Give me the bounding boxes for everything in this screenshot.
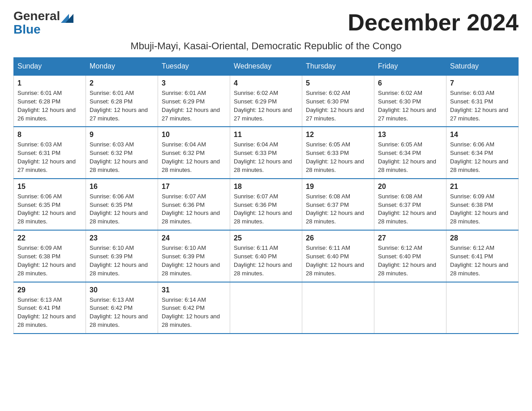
day-number: 13	[378, 131, 442, 139]
col-saturday: Saturday	[446, 58, 519, 76]
col-sunday: Sunday	[14, 58, 86, 76]
day-number: 5	[306, 79, 370, 87]
table-row: 5 Sunrise: 6:02 AMSunset: 6:30 PMDayligh…	[302, 75, 374, 127]
page-subtitle: Mbuji-Mayi, Kasai-Oriental, Democratic R…	[13, 40, 519, 52]
day-info: Sunrise: 6:13 AMSunset: 6:42 PMDaylight:…	[90, 296, 148, 329]
table-row: 25 Sunrise: 6:11 AMSunset: 6:40 PMDaylig…	[230, 230, 302, 282]
day-info: Sunrise: 6:04 AMSunset: 6:33 PMDaylight:…	[234, 141, 292, 173]
day-number: 16	[90, 183, 154, 191]
table-row: 13 Sunrise: 6:05 AMSunset: 6:34 PMDaylig…	[374, 127, 446, 178]
day-info: Sunrise: 6:01 AMSunset: 6:29 PMDaylight:…	[162, 90, 220, 122]
day-number: 25	[234, 234, 298, 242]
day-number: 14	[450, 131, 515, 139]
table-row	[446, 282, 519, 334]
page-title: December 2024	[348, 9, 519, 36]
page-header: General Blue December 2024	[13, 9, 519, 37]
table-row: 23 Sunrise: 6:10 AMSunset: 6:39 PMDaylig…	[86, 230, 158, 282]
logo-blue-text: Blue	[13, 22, 41, 37]
day-info: Sunrise: 6:09 AMSunset: 6:38 PMDaylight:…	[17, 244, 76, 277]
day-info: Sunrise: 6:06 AMSunset: 6:35 PMDaylight:…	[17, 193, 76, 225]
day-number: 17	[162, 183, 226, 191]
day-info: Sunrise: 6:11 AMSunset: 6:40 PMDaylight:…	[234, 244, 292, 277]
day-number: 15	[17, 183, 82, 191]
day-number: 23	[90, 234, 154, 242]
col-tuesday: Tuesday	[158, 58, 230, 76]
table-row: 4 Sunrise: 6:02 AMSunset: 6:29 PMDayligh…	[230, 75, 302, 127]
table-row: 30 Sunrise: 6:13 AMSunset: 6:42 PMDaylig…	[86, 282, 158, 334]
day-number: 30	[90, 286, 154, 294]
table-row: 7 Sunrise: 6:03 AMSunset: 6:31 PMDayligh…	[446, 75, 519, 127]
day-info: Sunrise: 6:14 AMSunset: 6:42 PMDaylight:…	[162, 296, 220, 329]
day-number: 18	[234, 183, 298, 191]
table-row	[302, 282, 374, 334]
day-number: 29	[17, 286, 82, 294]
table-row: 28 Sunrise: 6:12 AMSunset: 6:41 PMDaylig…	[446, 230, 519, 282]
day-info: Sunrise: 6:10 AMSunset: 6:39 PMDaylight:…	[90, 244, 148, 277]
table-row: 24 Sunrise: 6:10 AMSunset: 6:39 PMDaylig…	[158, 230, 230, 282]
day-number: 3	[162, 79, 226, 87]
table-row: 12 Sunrise: 6:05 AMSunset: 6:33 PMDaylig…	[302, 127, 374, 178]
table-row: 16 Sunrise: 6:06 AMSunset: 6:35 PMDaylig…	[86, 179, 158, 230]
day-info: Sunrise: 6:05 AMSunset: 6:34 PMDaylight:…	[378, 141, 436, 173]
table-row: 19 Sunrise: 6:08 AMSunset: 6:37 PMDaylig…	[302, 179, 374, 230]
day-info: Sunrise: 6:03 AMSunset: 6:32 PMDaylight:…	[90, 141, 148, 173]
day-info: Sunrise: 6:07 AMSunset: 6:36 PMDaylight:…	[234, 193, 292, 225]
day-number: 2	[90, 79, 154, 87]
day-number: 19	[306, 183, 370, 191]
day-number: 1	[17, 79, 82, 87]
day-number: 7	[450, 79, 515, 87]
day-info: Sunrise: 6:06 AMSunset: 6:34 PMDaylight:…	[450, 141, 508, 173]
table-row: 20 Sunrise: 6:08 AMSunset: 6:37 PMDaylig…	[374, 179, 446, 230]
col-friday: Friday	[374, 58, 446, 76]
day-info: Sunrise: 6:08 AMSunset: 6:37 PMDaylight:…	[378, 193, 436, 225]
table-row: 14 Sunrise: 6:06 AMSunset: 6:34 PMDaylig…	[446, 127, 519, 178]
day-number: 27	[378, 234, 442, 242]
table-row	[374, 282, 446, 334]
day-number: 11	[234, 131, 298, 139]
table-row: 15 Sunrise: 6:06 AMSunset: 6:35 PMDaylig…	[14, 179, 86, 230]
table-row: 10 Sunrise: 6:04 AMSunset: 6:32 PMDaylig…	[158, 127, 230, 178]
day-number: 26	[306, 234, 370, 242]
table-row: 9 Sunrise: 6:03 AMSunset: 6:32 PMDayligh…	[86, 127, 158, 178]
day-number: 28	[450, 234, 515, 242]
day-number: 8	[17, 131, 82, 139]
logo-icon	[61, 10, 75, 23]
day-info: Sunrise: 6:04 AMSunset: 6:32 PMDaylight:…	[162, 141, 220, 173]
day-info: Sunrise: 6:12 AMSunset: 6:40 PMDaylight:…	[378, 244, 436, 277]
day-info: Sunrise: 6:02 AMSunset: 6:30 PMDaylight:…	[306, 90, 364, 122]
day-number: 21	[450, 183, 515, 191]
day-info: Sunrise: 6:02 AMSunset: 6:29 PMDaylight:…	[234, 90, 292, 122]
day-number: 4	[234, 79, 298, 87]
table-row: 2 Sunrise: 6:01 AMSunset: 6:28 PMDayligh…	[86, 75, 158, 127]
day-number: 20	[378, 183, 442, 191]
table-row: 21 Sunrise: 6:09 AMSunset: 6:38 PMDaylig…	[446, 179, 519, 230]
day-info: Sunrise: 6:08 AMSunset: 6:37 PMDaylight:…	[306, 193, 364, 225]
table-row: 18 Sunrise: 6:07 AMSunset: 6:36 PMDaylig…	[230, 179, 302, 230]
table-row: 3 Sunrise: 6:01 AMSunset: 6:29 PMDayligh…	[158, 75, 230, 127]
day-info: Sunrise: 6:01 AMSunset: 6:28 PMDaylight:…	[90, 90, 148, 122]
table-row: 6 Sunrise: 6:02 AMSunset: 6:30 PMDayligh…	[374, 75, 446, 127]
col-thursday: Thursday	[302, 58, 374, 76]
day-number: 31	[162, 286, 226, 294]
table-row: 26 Sunrise: 6:11 AMSunset: 6:40 PMDaylig…	[302, 230, 374, 282]
day-info: Sunrise: 6:10 AMSunset: 6:39 PMDaylight:…	[162, 244, 220, 277]
day-number: 22	[17, 234, 82, 242]
day-info: Sunrise: 6:02 AMSunset: 6:30 PMDaylight:…	[378, 90, 436, 122]
logo-general-text: General	[13, 9, 60, 23]
day-info: Sunrise: 6:03 AMSunset: 6:31 PMDaylight:…	[450, 90, 508, 122]
calendar-table: Sunday Monday Tuesday Wednesday Thursday…	[13, 57, 519, 334]
col-monday: Monday	[86, 58, 158, 76]
table-row: 31 Sunrise: 6:14 AMSunset: 6:42 PMDaylig…	[158, 282, 230, 334]
calendar-header-row: Sunday Monday Tuesday Wednesday Thursday…	[14, 58, 519, 76]
table-row: 29 Sunrise: 6:13 AMSunset: 6:41 PMDaylig…	[14, 282, 86, 334]
day-info: Sunrise: 6:09 AMSunset: 6:38 PMDaylight:…	[450, 193, 508, 225]
day-info: Sunrise: 6:03 AMSunset: 6:31 PMDaylight:…	[17, 141, 76, 173]
day-info: Sunrise: 6:05 AMSunset: 6:33 PMDaylight:…	[306, 141, 364, 173]
col-wednesday: Wednesday	[230, 58, 302, 76]
day-number: 9	[90, 131, 154, 139]
table-row: 17 Sunrise: 6:07 AMSunset: 6:36 PMDaylig…	[158, 179, 230, 230]
day-info: Sunrise: 6:12 AMSunset: 6:41 PMDaylight:…	[450, 244, 508, 277]
day-number: 10	[162, 131, 226, 139]
table-row	[230, 282, 302, 334]
table-row: 8 Sunrise: 6:03 AMSunset: 6:31 PMDayligh…	[14, 127, 86, 178]
